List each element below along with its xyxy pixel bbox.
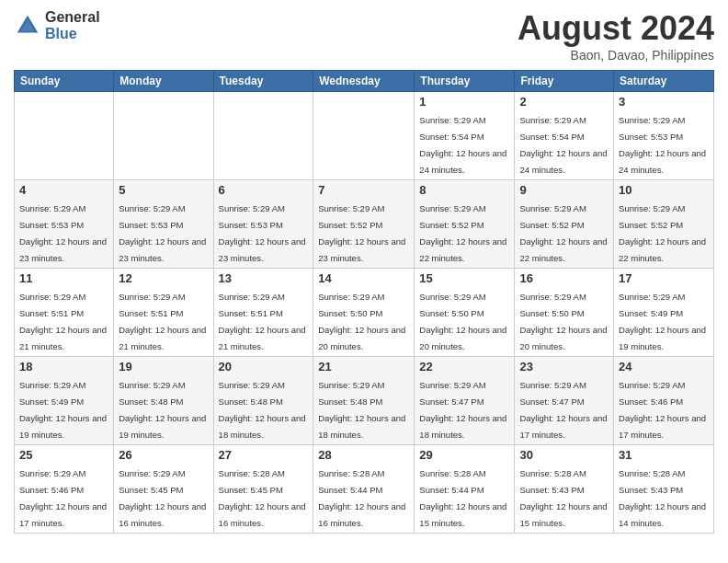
- calendar-cell: 15 Sunrise: 5:29 AMSunset: 5:50 PMDaylig…: [415, 269, 515, 357]
- week-row-0: 1 Sunrise: 5:29 AMSunset: 5:54 PMDayligh…: [15, 92, 714, 180]
- day-info: Sunrise: 5:29 AMSunset: 5:52 PMDaylight:…: [419, 203, 506, 263]
- day-info: Sunrise: 5:28 AMSunset: 5:44 PMDaylight:…: [318, 468, 405, 528]
- day-info: Sunrise: 5:29 AMSunset: 5:51 PMDaylight:…: [19, 292, 107, 351]
- day-info: Sunrise: 5:29 AMSunset: 5:53 PMDaylight:…: [119, 203, 206, 263]
- calendar-cell: 8 Sunrise: 5:29 AMSunset: 5:52 PMDayligh…: [415, 180, 515, 269]
- day-info: Sunrise: 5:28 AMSunset: 5:43 PMDaylight:…: [519, 468, 607, 528]
- day-number: 1: [419, 95, 509, 109]
- calendar-cell: 11 Sunrise: 5:29 AMSunset: 5:51 PMDaylig…: [15, 269, 114, 357]
- calendar-cell: 23 Sunrise: 5:29 AMSunset: 5:47 PMDaylig…: [515, 357, 614, 445]
- logo-blue-text: Blue: [45, 26, 100, 42]
- calendar-cell: 18 Sunrise: 5:29 AMSunset: 5:49 PMDaylig…: [15, 357, 114, 445]
- day-number: 7: [318, 183, 409, 197]
- day-info: Sunrise: 5:29 AMSunset: 5:51 PMDaylight:…: [119, 292, 206, 351]
- day-info: Sunrise: 5:29 AMSunset: 5:53 PMDaylight:…: [219, 203, 306, 263]
- calendar-cell: 17 Sunrise: 5:29 AMSunset: 5:49 PMDaylig…: [614, 269, 714, 357]
- day-info: Sunrise: 5:29 AMSunset: 5:50 PMDaylight:…: [519, 292, 607, 351]
- day-info: Sunrise: 5:29 AMSunset: 5:47 PMDaylight:…: [519, 380, 607, 440]
- day-number: 21: [318, 360, 409, 373]
- day-info: Sunrise: 5:29 AMSunset: 5:51 PMDaylight:…: [219, 292, 306, 351]
- calendar-cell: 25 Sunrise: 5:29 AMSunset: 5:46 PMDaylig…: [15, 445, 114, 534]
- day-number: 12: [119, 271, 208, 285]
- calendar-cell: 28 Sunrise: 5:28 AMSunset: 5:44 PMDaylig…: [313, 445, 415, 534]
- day-number: 19: [119, 360, 208, 373]
- day-number: 6: [219, 183, 309, 197]
- day-info: Sunrise: 5:29 AMSunset: 5:45 PMDaylight:…: [119, 468, 206, 528]
- col-saturday: Saturday: [614, 71, 714, 92]
- day-number: 13: [219, 271, 309, 285]
- calendar-cell: 6 Sunrise: 5:29 AMSunset: 5:53 PMDayligh…: [213, 180, 313, 269]
- calendar-cell: 22 Sunrise: 5:29 AMSunset: 5:47 PMDaylig…: [415, 357, 515, 445]
- day-number: 3: [619, 95, 709, 109]
- calendar-cell: [15, 92, 114, 180]
- month-title: August 2024: [518, 9, 714, 48]
- day-number: 2: [519, 95, 609, 109]
- day-info: Sunrise: 5:29 AMSunset: 5:46 PMDaylight:…: [19, 468, 107, 528]
- calendar-cell: [313, 92, 415, 180]
- day-info: Sunrise: 5:29 AMSunset: 5:50 PMDaylight:…: [419, 292, 506, 351]
- day-info: Sunrise: 5:29 AMSunset: 5:49 PMDaylight:…: [619, 292, 706, 351]
- calendar-cell: 20 Sunrise: 5:29 AMSunset: 5:48 PMDaylig…: [213, 357, 313, 445]
- day-number: 15: [419, 271, 509, 285]
- col-wednesday: Wednesday: [313, 71, 415, 92]
- col-monday: Monday: [114, 71, 213, 92]
- day-number: 24: [619, 360, 709, 373]
- calendar-cell: 30 Sunrise: 5:28 AMSunset: 5:43 PMDaylig…: [515, 445, 614, 534]
- day-number: 30: [519, 448, 609, 462]
- calendar-cell: 14 Sunrise: 5:29 AMSunset: 5:50 PMDaylig…: [313, 269, 415, 357]
- day-number: 11: [19, 271, 108, 285]
- day-number: 31: [619, 448, 709, 462]
- col-tuesday: Tuesday: [213, 71, 313, 92]
- day-number: 22: [419, 360, 509, 373]
- day-number: 4: [19, 183, 108, 197]
- calendar-cell: 10 Sunrise: 5:29 AMSunset: 5:52 PMDaylig…: [614, 180, 714, 269]
- day-number: 16: [519, 271, 609, 285]
- calendar-cell: 21 Sunrise: 5:29 AMSunset: 5:48 PMDaylig…: [313, 357, 415, 445]
- calendar-cell: 31 Sunrise: 5:28 AMSunset: 5:43 PMDaylig…: [614, 445, 714, 534]
- day-info: Sunrise: 5:29 AMSunset: 5:53 PMDaylight:…: [619, 115, 706, 175]
- page: General Blue August 2024 Baon, Davao, Ph…: [0, 0, 728, 563]
- calendar-cell: 24 Sunrise: 5:29 AMSunset: 5:46 PMDaylig…: [614, 357, 714, 445]
- day-number: 9: [519, 183, 609, 197]
- calendar-cell: 12 Sunrise: 5:29 AMSunset: 5:51 PMDaylig…: [114, 269, 213, 357]
- logo: General Blue: [14, 9, 100, 41]
- day-info: Sunrise: 5:28 AMSunset: 5:43 PMDaylight:…: [619, 468, 706, 528]
- calendar-cell: [213, 92, 313, 180]
- week-row-1: 4 Sunrise: 5:29 AMSunset: 5:53 PMDayligh…: [15, 180, 714, 269]
- day-info: Sunrise: 5:29 AMSunset: 5:48 PMDaylight:…: [119, 380, 206, 440]
- col-friday: Friday: [515, 71, 614, 92]
- day-info: Sunrise: 5:29 AMSunset: 5:46 PMDaylight:…: [619, 380, 706, 440]
- day-info: Sunrise: 5:28 AMSunset: 5:45 PMDaylight:…: [219, 468, 306, 528]
- day-info: Sunrise: 5:29 AMSunset: 5:52 PMDaylight:…: [519, 203, 607, 263]
- calendar-cell: 7 Sunrise: 5:29 AMSunset: 5:52 PMDayligh…: [313, 180, 415, 269]
- day-info: Sunrise: 5:29 AMSunset: 5:50 PMDaylight:…: [318, 292, 405, 351]
- col-thursday: Thursday: [415, 71, 515, 92]
- day-number: 27: [219, 448, 309, 462]
- calendar-table: Sunday Monday Tuesday Wednesday Thursday…: [14, 70, 714, 534]
- day-number: 18: [19, 360, 108, 373]
- day-info: Sunrise: 5:29 AMSunset: 5:48 PMDaylight:…: [219, 380, 306, 440]
- day-number: 17: [619, 271, 709, 285]
- calendar-cell: 2 Sunrise: 5:29 AMSunset: 5:54 PMDayligh…: [515, 92, 614, 180]
- col-sunday: Sunday: [15, 71, 114, 92]
- header: General Blue August 2024 Baon, Davao, Ph…: [14, 9, 714, 63]
- calendar-cell: 4 Sunrise: 5:29 AMSunset: 5:53 PMDayligh…: [15, 180, 114, 269]
- day-info: Sunrise: 5:29 AMSunset: 5:48 PMDaylight:…: [318, 380, 405, 440]
- week-row-3: 18 Sunrise: 5:29 AMSunset: 5:49 PMDaylig…: [15, 357, 714, 445]
- logo-general-text: General: [45, 9, 100, 26]
- logo-icon: [14, 12, 41, 40]
- day-number: 25: [19, 448, 108, 462]
- location-text: Baon, Davao, Philippines: [518, 48, 714, 63]
- calendar-cell: 26 Sunrise: 5:29 AMSunset: 5:45 PMDaylig…: [114, 445, 213, 534]
- calendar-cell: 5 Sunrise: 5:29 AMSunset: 5:53 PMDayligh…: [114, 180, 213, 269]
- day-info: Sunrise: 5:29 AMSunset: 5:54 PMDaylight:…: [419, 115, 506, 175]
- day-info: Sunrise: 5:29 AMSunset: 5:52 PMDaylight:…: [318, 203, 405, 263]
- calendar-cell: 1 Sunrise: 5:29 AMSunset: 5:54 PMDayligh…: [415, 92, 515, 180]
- day-info: Sunrise: 5:29 AMSunset: 5:53 PMDaylight:…: [19, 203, 107, 263]
- day-info: Sunrise: 5:29 AMSunset: 5:54 PMDaylight:…: [519, 115, 607, 175]
- week-row-4: 25 Sunrise: 5:29 AMSunset: 5:46 PMDaylig…: [15, 445, 714, 534]
- calendar-cell: 3 Sunrise: 5:29 AMSunset: 5:53 PMDayligh…: [614, 92, 714, 180]
- week-row-2: 11 Sunrise: 5:29 AMSunset: 5:51 PMDaylig…: [15, 269, 714, 357]
- day-number: 26: [119, 448, 208, 462]
- day-info: Sunrise: 5:29 AMSunset: 5:49 PMDaylight:…: [19, 380, 107, 440]
